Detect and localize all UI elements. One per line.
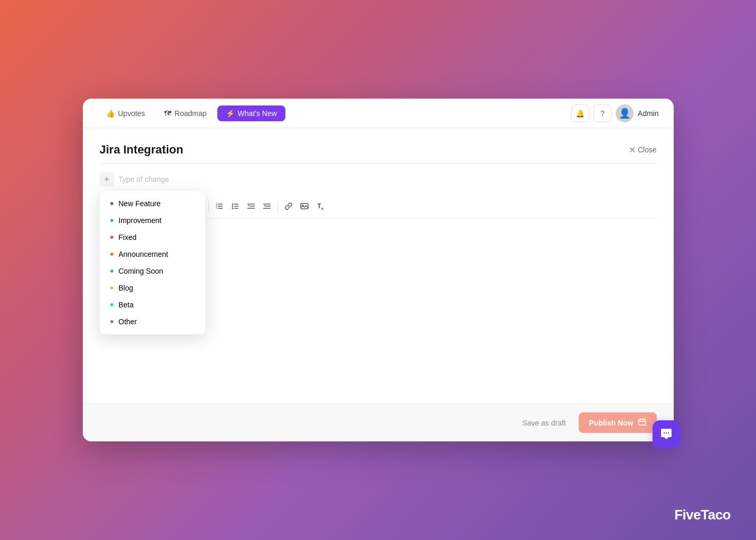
dropdown-item-beta[interactable]: Beta [100,296,205,313]
bell-button[interactable]: 🔔 [571,104,589,122]
tab-whats-new[interactable]: ⚡ What's New [217,105,285,121]
improvement-dot [110,219,113,222]
help-icon: ? [600,109,605,118]
chat-fab-button[interactable] [653,420,680,448]
save-draft-button[interactable]: Save as draft [516,414,572,431]
svg-point-7 [232,205,234,207]
beta-dot [110,303,113,306]
svg-point-28 [667,432,668,433]
clear-format-button[interactable]: Tx [313,199,328,214]
announcement-dot [110,253,113,256]
publish-button[interactable]: Publish Now [579,412,657,433]
blog-dot [110,286,113,290]
svg-point-26 [663,432,664,433]
image-icon [300,202,309,212]
new-feature-dot [110,202,113,205]
svg-text:3: 3 [216,206,217,209]
dropdown-item-blog[interactable]: Blog [100,279,205,296]
close-label: Close [638,146,657,154]
improvement-label: Improvement [119,216,162,225]
close-icon: ✕ [629,145,636,155]
svg-marker-15 [247,205,249,206]
upvotes-icon: 👍 [106,109,115,118]
dropdown-item-coming-soon[interactable]: Coming Soon [100,263,205,279]
toolbar-sep-2 [277,201,278,212]
bell-icon: 🔔 [576,109,585,118]
close-button[interactable]: ✕ Close [629,145,657,155]
indent-right-icon [263,202,271,212]
dropdown-item-new-feature[interactable]: New Feature [100,195,205,212]
fixed-label: Fixed [119,233,137,242]
other-label: Other [119,317,137,326]
type-of-change-placeholder: Type of change [119,175,169,184]
unordered-list-button[interactable] [228,199,243,214]
tab-whats-new-label: What's New [238,109,277,118]
announcement-label: Announcement [119,250,168,258]
fixed-dot [110,236,113,239]
publish-calendar-icon [638,418,646,428]
image-button[interactable] [297,199,312,214]
nav-tabs: 👍 Upvotes 🗺 Roadmap ⚡ What's New [98,105,285,121]
dropdown-item-other[interactable]: Other [100,313,205,330]
fivetaco-branding: FiveTaco [674,507,731,523]
toolbar-sep-1 [208,201,209,212]
coming-soon-dot [110,269,113,273]
dropdown-item-fixed[interactable]: Fixed [100,229,205,246]
svg-point-27 [665,432,666,433]
avatar-button[interactable]: 👤 [616,104,634,122]
main-modal: 👍 Upvotes 🗺 Roadmap ⚡ What's New 🔔 ? 👤 [83,99,674,441]
new-feature-label: New Feature [119,199,161,208]
publish-label: Publish Now [589,419,634,427]
link-button[interactable] [281,199,296,214]
svg-point-8 [232,207,234,209]
add-change-type-button[interactable]: + [100,172,114,187]
clear-format-icon: Tx [318,202,324,211]
nav-actions: 🔔 ? 👤 Admin [571,104,659,122]
indent-left-button[interactable] [244,199,259,214]
dropdown-item-announcement[interactable]: Announcement [100,246,205,263]
blog-label: Blog [119,284,133,292]
tab-roadmap-label: Roadmap [175,109,207,118]
other-dot [110,320,113,323]
nav-bar: 👍 Upvotes 🗺 Roadmap ⚡ What's New 🔔 ? 👤 [83,99,674,128]
tab-upvotes-label: Upvotes [118,109,145,118]
unordered-list-icon [231,202,240,212]
change-type-row: + Type of change New Feature Improvement… [100,172,657,187]
indent-right-button[interactable] [260,199,274,214]
coming-soon-label: Coming Soon [119,267,164,275]
ordered-list-icon: 1 2 3 [215,202,224,212]
modal-title: Jira Integration [100,143,184,157]
brand-five: Five [674,507,701,523]
modal-content: Jira Integration ✕ Close + Type of chang… [83,128,674,403]
whats-new-icon: ⚡ [226,109,235,118]
dropdown-item-improvement[interactable]: Improvement [100,212,205,229]
tab-upvotes[interactable]: 👍 Upvotes [98,105,154,121]
help-button[interactable]: ? [594,104,611,122]
modal-footer: Save as draft Publish Now [83,403,674,441]
svg-marker-19 [264,205,265,206]
svg-rect-22 [638,419,645,425]
brand-taco: Taco [701,507,731,523]
svg-point-6 [232,203,234,205]
link-icon [284,202,293,212]
beta-label: Beta [119,301,134,309]
avatar-icon: 👤 [619,108,630,119]
admin-label[interactable]: Admin [638,109,659,118]
tab-roadmap[interactable]: 🗺 Roadmap [156,105,215,121]
roadmap-icon: 🗺 [164,109,171,118]
modal-header: Jira Integration ✕ Close [100,143,657,163]
ordered-list-button[interactable]: 1 2 3 [212,199,227,214]
change-type-dropdown: New Feature Improvement Fixed Announceme… [100,191,205,334]
indent-left-icon [247,202,255,212]
